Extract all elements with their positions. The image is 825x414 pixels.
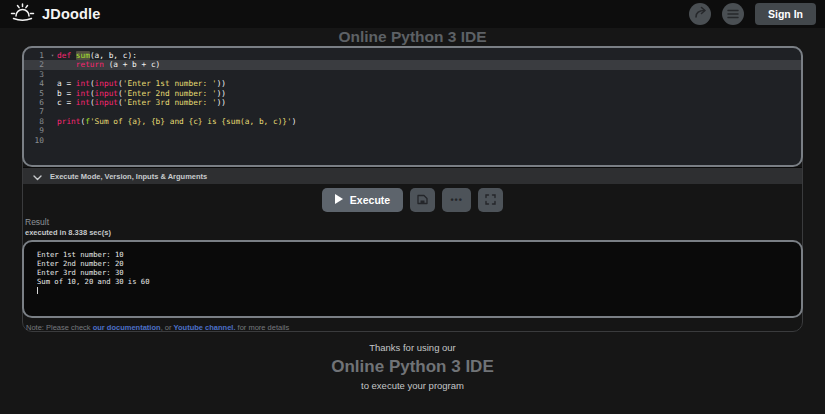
header-actions: Sign In	[689, 3, 816, 25]
code-line: 1▾def sum(a, b, c):	[24, 51, 801, 60]
page-title: Online Python 3 IDE	[0, 28, 825, 46]
ide-container: 1▾def sum(a, b, c):2 return (a + b + c)3…	[22, 46, 803, 332]
footer: Thanks for using our Online Python 3 IDE…	[0, 341, 825, 393]
footer-title: Online Python 3 IDE	[0, 355, 825, 379]
line-number: 2	[24, 60, 48, 69]
action-buttons-row: Execute •••	[23, 184, 802, 216]
youtube-channel-link[interactable]: Youtube channel.	[174, 323, 236, 332]
execute-button-label: Execute	[350, 194, 390, 206]
output-line: Sum of 10, 20 and 30 is 60	[37, 277, 801, 286]
play-icon	[335, 194, 343, 206]
line-number: 4	[24, 79, 48, 88]
execution-time: executed in 8.338 sec(s)	[23, 227, 802, 240]
more-options-button[interactable]: •••	[442, 188, 471, 212]
line-number: 3	[24, 70, 48, 79]
note: Note: Please check our documentation, or…	[23, 318, 802, 337]
fold-icon[interactable]: ▾	[48, 51, 57, 60]
share-icon	[694, 6, 707, 22]
line-number: 10	[24, 136, 48, 145]
output-line: Enter 1st number: 10	[37, 250, 801, 259]
output-line: Enter 3rd number: 30	[37, 268, 801, 277]
code-line: 8print(f'Sum of {a}, {b} and {c} is {sum…	[24, 117, 801, 126]
output-lines: Enter 1st number: 10Enter 2nd number: 20…	[37, 250, 801, 286]
save-button[interactable]	[410, 188, 435, 212]
output-terminal[interactable]: Enter 1st number: 10Enter 2nd number: 20…	[22, 240, 803, 318]
code-line: 9	[24, 126, 801, 135]
execute-settings-label: Execute Mode, Version, Inputs & Argument…	[50, 172, 207, 181]
documentation-link[interactable]: our documentation	[93, 323, 161, 332]
code-area: 1▾def sum(a, b, c):2 return (a + b + c)3…	[24, 48, 801, 145]
code-line: 5b = int(input('Enter 2nd number: '))	[24, 89, 801, 98]
code-line: 2 return (a + b + c)	[24, 60, 801, 69]
sign-in-button[interactable]: Sign In	[755, 3, 816, 25]
ellipsis-icon: •••	[450, 196, 462, 205]
note-text: , or	[161, 323, 174, 332]
terminal-cursor	[37, 287, 38, 294]
header: JDoodle Sign In	[0, 0, 825, 28]
fullscreen-button[interactable]	[478, 188, 503, 212]
jdoodle-logo-icon	[9, 1, 36, 27]
fullscreen-icon	[485, 193, 496, 208]
menu-button[interactable]	[722, 3, 744, 25]
line-number: 6	[24, 98, 48, 107]
result-label: Result	[23, 216, 802, 227]
code-line: 7	[24, 107, 801, 116]
output-line: Enter 2nd number: 20	[37, 259, 801, 268]
page: JDoodle Sign In Online	[0, 0, 825, 414]
note-text: for more details	[236, 323, 290, 332]
line-number: 5	[24, 89, 48, 98]
code-line: 10	[24, 136, 801, 145]
execute-settings-toggle[interactable]: Execute Mode, Version, Inputs & Argument…	[23, 167, 802, 184]
code-line: 3	[24, 70, 801, 79]
brand-name: JDoodle	[42, 6, 101, 22]
save-icon	[417, 193, 428, 208]
line-number: 1	[24, 51, 48, 60]
code-line: 4a = int(input('Enter 1st number: '))	[24, 79, 801, 88]
share-button[interactable]	[689, 3, 711, 25]
line-number: 8	[24, 117, 48, 126]
chevron-down-icon	[33, 167, 42, 185]
code-line: 6c = int(input('Enter 3rd number: '))	[24, 98, 801, 107]
footer-line-3: to execute your program	[0, 379, 825, 393]
code-editor[interactable]: 1▾def sum(a, b, c):2 return (a + b + c)3…	[22, 46, 803, 167]
hamburger-icon	[727, 7, 739, 22]
line-number: 7	[24, 107, 48, 116]
execute-button[interactable]: Execute	[322, 188, 403, 212]
note-text: Note: Please check	[26, 323, 93, 332]
brand[interactable]: JDoodle	[9, 1, 101, 27]
line-number: 9	[24, 126, 48, 135]
footer-line-1: Thanks for using our	[0, 341, 825, 355]
